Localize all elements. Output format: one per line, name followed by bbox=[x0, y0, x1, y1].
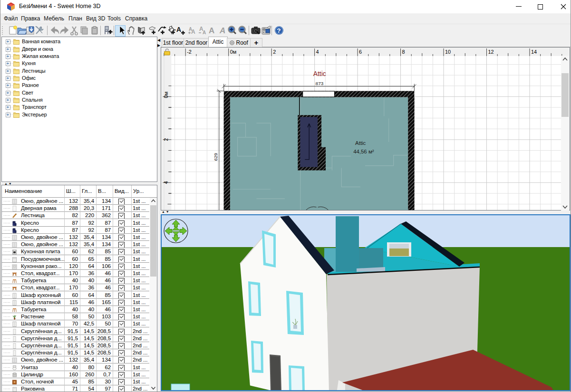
svg-text:0м: 0м bbox=[163, 92, 169, 98]
svg-text:A: A bbox=[203, 30, 206, 35]
svg-text:629: 629 bbox=[213, 153, 218, 161]
svg-text:14: 14 bbox=[531, 49, 537, 55]
svg-text:A: A bbox=[219, 26, 225, 35]
svg-text:0м: 0м bbox=[230, 49, 237, 55]
svg-text:-2: -2 bbox=[187, 49, 192, 55]
svg-text:?: ? bbox=[277, 27, 281, 34]
svg-text:2: 2 bbox=[163, 138, 169, 141]
svg-text:Attic: Attic bbox=[313, 70, 326, 77]
svg-text:Attic: Attic bbox=[355, 140, 366, 146]
svg-text:A: A bbox=[191, 29, 195, 35]
svg-text:12: 12 bbox=[488, 49, 494, 55]
svg-text:44,56 м²: 44,56 м² bbox=[353, 149, 374, 154]
svg-text:6: 6 bbox=[359, 49, 362, 55]
svg-text:A: A bbox=[209, 26, 214, 35]
svg-text:873: 873 bbox=[316, 81, 324, 86]
svg-text:4: 4 bbox=[316, 49, 319, 55]
svg-text:A: A bbox=[176, 26, 181, 33]
svg-text:8: 8 bbox=[402, 49, 405, 55]
svg-text:2: 2 bbox=[273, 49, 276, 55]
svg-text:4: 4 bbox=[163, 181, 169, 184]
svg-text:10: 10 bbox=[445, 49, 451, 55]
